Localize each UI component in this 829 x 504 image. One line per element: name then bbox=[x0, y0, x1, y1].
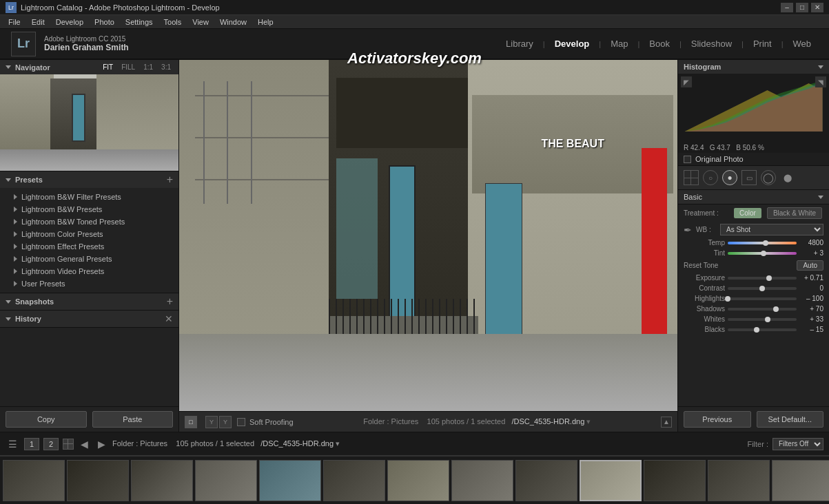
menu-view[interactable]: View bbox=[187, 17, 214, 28]
history-header[interactable]: History ✕ bbox=[0, 311, 178, 327]
filmstrip-thumb-7[interactable] bbox=[387, 460, 449, 501]
filmstrip-thumb-9[interactable] bbox=[515, 460, 577, 501]
zoom-fit[interactable]: FIT bbox=[101, 63, 115, 72]
bw-treatment-button[interactable]: Black & White bbox=[767, 207, 822, 219]
graduated-filter-tool[interactable]: ▭ bbox=[741, 170, 757, 185]
contrast-slider[interactable] bbox=[728, 287, 797, 290]
shadows-slider[interactable] bbox=[728, 308, 797, 311]
shadows-thumb[interactable] bbox=[773, 306, 779, 312]
filmstrip-thumb-12[interactable] bbox=[708, 460, 770, 501]
preset-color[interactable]: Lightroom Color Presets bbox=[0, 228, 178, 240]
radial-filter-tool[interactable]: ◯ bbox=[761, 170, 776, 185]
paste-button[interactable]: Paste bbox=[92, 411, 174, 428]
expand-button[interactable]: ▲ bbox=[661, 417, 672, 428]
filmstrip-thumb-5[interactable] bbox=[259, 460, 321, 501]
copy-button[interactable]: Copy bbox=[6, 411, 87, 428]
filmstrip-thumb-11[interactable] bbox=[644, 460, 706, 501]
menu-window[interactable]: Window bbox=[214, 17, 252, 28]
spot-removal-tool[interactable]: ○ bbox=[703, 170, 718, 185]
hand-tool-icon[interactable]: ☰ bbox=[6, 437, 20, 451]
filmstrip-thumb-3[interactable] bbox=[131, 460, 193, 501]
blacks-slider[interactable] bbox=[728, 328, 797, 331]
exposure-thumb[interactable] bbox=[766, 275, 772, 281]
filmstrip-thumb-4[interactable] bbox=[195, 460, 257, 501]
nav-map[interactable]: Map bbox=[604, 36, 635, 52]
basic-header[interactable]: Basic bbox=[678, 190, 829, 204]
original-photo-checkbox[interactable] bbox=[684, 156, 691, 163]
history-close-button[interactable]: ✕ bbox=[165, 313, 173, 324]
menu-develop[interactable]: Develop bbox=[50, 17, 89, 28]
histogram-up-right-button[interactable]: ◥ bbox=[815, 76, 826, 87]
nav-develop[interactable]: Develop bbox=[548, 36, 597, 52]
preset-user[interactable]: User Presets bbox=[0, 277, 178, 290]
menu-photo[interactable]: Photo bbox=[89, 17, 120, 28]
snapshots-add-button[interactable]: + bbox=[167, 296, 173, 307]
color-label-y1[interactable]: Y bbox=[205, 416, 218, 428]
menu-help[interactable]: Help bbox=[252, 17, 279, 28]
crop-overlay-tool[interactable] bbox=[684, 170, 699, 185]
filmstrip-thumb-2[interactable] bbox=[67, 460, 129, 501]
nav-slideshow[interactable]: Slideshow bbox=[684, 36, 739, 52]
grid-view-button[interactable] bbox=[63, 439, 74, 450]
menu-settings[interactable]: Settings bbox=[120, 17, 158, 28]
preset-bw-filter[interactable]: Lightroom B&W Filter Presets bbox=[0, 191, 178, 203]
preset-effect[interactable]: Lightroom Effect Presets bbox=[0, 240, 178, 253]
page-number-1-input[interactable] bbox=[24, 438, 39, 450]
nav-next-arrow[interactable]: ▶ bbox=[95, 437, 108, 451]
red-eye-tool[interactable]: ● bbox=[722, 170, 737, 185]
filmstrip-thumb-8[interactable] bbox=[451, 460, 513, 501]
dropdown-arrow-icon[interactable]: ▾ bbox=[586, 417, 591, 426]
auto-tone-button[interactable]: Auto bbox=[797, 260, 823, 271]
filmstrip-thumb-13[interactable] bbox=[772, 460, 829, 501]
previous-button[interactable]: Previous bbox=[684, 411, 751, 428]
nav-print[interactable]: Print bbox=[746, 36, 779, 52]
nav-web[interactable]: Web bbox=[786, 36, 819, 52]
filmstrip-thumb-1[interactable] bbox=[3, 460, 65, 501]
presets-add-button[interactable]: + bbox=[167, 174, 173, 185]
view-single-button[interactable]: □ bbox=[185, 416, 197, 428]
blacks-thumb[interactable] bbox=[754, 327, 759, 333]
nav-prev-arrow[interactable]: ◀ bbox=[78, 437, 91, 451]
minimize-button[interactable]: – bbox=[781, 3, 793, 12]
exposure-slider[interactable] bbox=[728, 277, 797, 280]
tint-slider[interactable] bbox=[728, 252, 797, 255]
set-default-button[interactable]: Set Default... bbox=[757, 411, 824, 428]
zoom-fill[interactable]: FILL bbox=[119, 63, 137, 72]
contrast-thumb[interactable] bbox=[759, 286, 765, 291]
snapshots-header[interactable]: Snapshots + bbox=[0, 293, 178, 310]
presets-header[interactable]: Presets + bbox=[0, 171, 178, 188]
tint-thumb[interactable] bbox=[761, 251, 766, 256]
histogram-up-left-button[interactable]: ◤ bbox=[681, 76, 692, 87]
filmstrip-thumb-10-selected[interactable] bbox=[580, 460, 642, 501]
filmstrip-thumb-6[interactable] bbox=[323, 460, 385, 501]
zoom-3-1[interactable]: 3:1 bbox=[159, 63, 173, 72]
temp-slider[interactable] bbox=[728, 242, 797, 244]
close-button[interactable]: ✕ bbox=[811, 3, 823, 12]
whites-thumb[interactable] bbox=[765, 317, 770, 322]
preset-bw-toned[interactable]: Lightroom B&W Toned Presets bbox=[0, 216, 178, 228]
adjustment-brush-tool[interactable]: ⬤ bbox=[780, 170, 795, 185]
wb-eyedropper-icon[interactable]: ✒ bbox=[684, 224, 692, 235]
temp-thumb[interactable] bbox=[763, 240, 768, 246]
whites-slider[interactable] bbox=[728, 318, 797, 321]
soft-proofing-checkbox[interactable] bbox=[237, 418, 245, 426]
menu-edit[interactable]: Edit bbox=[26, 17, 50, 28]
preset-bw[interactable]: Lightroom B&W Presets bbox=[0, 203, 178, 216]
filter-select[interactable]: Filters Off Rated Flagged bbox=[772, 438, 823, 450]
navigator-header[interactable]: Navigator FIT FILL 1:1 3:1 bbox=[0, 60, 178, 74]
nav-book[interactable]: Book bbox=[642, 36, 677, 52]
wb-dropdown[interactable]: As Shot Auto Daylight Cloudy Shade Custo… bbox=[720, 224, 823, 235]
menu-file[interactable]: File bbox=[3, 17, 26, 28]
image-container[interactable]: THE BEAUT bbox=[179, 60, 677, 411]
page-number-2-input[interactable] bbox=[43, 438, 59, 450]
color-label-y2[interactable]: Y bbox=[219, 416, 232, 428]
color-treatment-button[interactable]: Color bbox=[734, 208, 761, 218]
zoom-1-1[interactable]: 1:1 bbox=[141, 63, 155, 72]
maximize-button[interactable]: □ bbox=[796, 3, 808, 12]
preset-video[interactable]: Lightroom Video Presets bbox=[0, 265, 178, 277]
nav-library[interactable]: Library bbox=[499, 36, 540, 52]
preset-general[interactable]: Lightroom General Presets bbox=[0, 253, 178, 265]
menu-tools[interactable]: Tools bbox=[158, 17, 187, 28]
highlights-thumb[interactable] bbox=[725, 296, 730, 302]
highlights-slider[interactable] bbox=[728, 297, 797, 300]
